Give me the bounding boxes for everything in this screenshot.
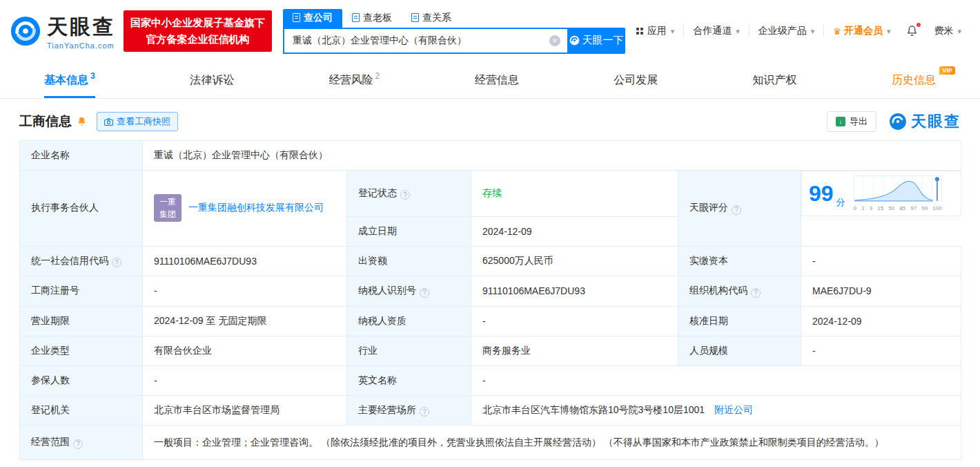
help-icon[interactable]	[751, 288, 761, 298]
help-icon[interactable]	[420, 288, 429, 298]
field-value-taxpayer-quality: -	[471, 306, 678, 336]
table-row: 经营范围 一般项目：企业管理；企业管理咨询。 （除依法须经批准的项目外，凭营业执…	[20, 426, 961, 460]
table-row: 工商注册号 - 纳税人识别号 91110106MAE6J7DU93 组织机构代码…	[20, 276, 961, 307]
subscribe-bell-icon[interactable]	[77, 116, 87, 127]
badge-line1: 国家中小企业发展子基金旗下	[130, 15, 265, 31]
field-label-executive-partner: 执行事务合伙人	[20, 171, 143, 247]
nav-partnership[interactable]: 合作通道	[683, 25, 749, 37]
badge-line2: 官方备案企业征信机构	[130, 31, 265, 48]
top-navigation: 应用 合作通道 企业级产品 ♛ 开通会员 费米	[627, 25, 970, 37]
field-label-taxpayer-id: 纳税人识别号	[347, 276, 471, 307]
view-business-snapshot-button[interactable]: 查看工商快照	[97, 112, 178, 131]
search-area: 查公司 查老板 查关系 天眼一下	[283, 9, 625, 54]
watermark-text: 天眼查	[911, 111, 961, 132]
export-icon	[836, 117, 845, 126]
field-value-business-scope: 一般项目：企业管理；企业管理咨询。 （除依法须经批准的项目外，凭营业执照依法自主…	[143, 426, 961, 460]
partner-company-link[interactable]: 一重集团融创科技发展有限公司	[188, 202, 324, 214]
help-icon[interactable]	[400, 190, 410, 200]
tab-label: 法律诉讼	[190, 73, 234, 88]
gov-certification-badge: 国家中小企业发展子基金旗下 官方备案企业征信机构	[124, 10, 272, 52]
search-button[interactable]: 天眼一下	[567, 28, 625, 54]
field-value-org-code: MAE6J7DU-9	[801, 276, 961, 307]
tab-history-info[interactable]: 历史信息 VIP	[892, 62, 936, 98]
company-detail-tabs: 基本信息 3 法律诉讼 经营风险 2 经营信息 公司发展 知识产权 历史信息 V…	[0, 62, 980, 99]
field-value-reg-number: -	[143, 276, 347, 307]
nearby-companies-link[interactable]: 附近公司	[714, 404, 753, 415]
notification-dot	[917, 23, 921, 27]
table-row: 参保人数 - 英文名称 -	[20, 365, 961, 395]
clear-search-icon[interactable]	[549, 35, 560, 46]
table-row: 统一社会信用代码 91110106MAE6J7DU93 出资额 625000万人…	[20, 246, 961, 276]
field-value-insured-count: -	[143, 365, 347, 395]
tab-label: 经营信息	[475, 73, 519, 88]
field-value-company-type: 有限合伙企业	[143, 336, 347, 365]
nav-membership-label: 开通会员	[844, 25, 883, 37]
table-row: 登记机关 北京市丰台区市场监督管理局 主要经营场所 北京市丰台区汽车博物馆东路1…	[20, 395, 961, 426]
tianyancha-logo[interactable]: 天眼查 TianYanCha.com	[10, 13, 115, 50]
score-unit: 分	[836, 196, 845, 209]
search-tab-boss[interactable]: 查老板	[342, 9, 402, 28]
search-input[interactable]	[283, 28, 567, 54]
tab-company-development[interactable]: 公司发展	[614, 62, 658, 98]
tab-business-info[interactable]: 经营信息	[475, 62, 519, 98]
snapshot-button-label: 查看工商快照	[117, 115, 170, 128]
field-label-reg-authority: 登记机关	[20, 395, 143, 426]
score-value: 99	[809, 182, 834, 204]
search-tab-label: 查关系	[422, 12, 451, 24]
nav-apps-label: 应用	[647, 25, 667, 37]
field-value-taxpayer-id: 91110106MAE6J7DU93	[471, 276, 678, 307]
field-label-company-type: 企业类型	[20, 336, 143, 365]
field-label-business-term: 营业期限	[20, 306, 143, 336]
search-button-swirl-icon	[569, 35, 580, 46]
nav-enterprise-products[interactable]: 企业级产品	[749, 25, 824, 37]
field-value-credit-code: 91110106MAE6J7DU93	[143, 246, 347, 276]
field-label-paid-capital: 实缴资本	[678, 246, 801, 276]
field-label-staff-size: 人员规模	[678, 336, 801, 365]
field-label-taxpayer-quality: 纳税人资质	[347, 306, 471, 336]
help-icon[interactable]	[732, 205, 741, 215]
nav-apps[interactable]: 应用	[627, 25, 684, 37]
field-value-score: 99 分	[801, 171, 961, 216]
brand-name: 天眼查	[47, 13, 115, 41]
field-label-approval-date: 核准日期	[678, 306, 801, 336]
business-info-table: 企业名称 重诚（北京）企业管理中心（有限合伙） 执行事务合伙人 一重 集团 一重…	[19, 140, 961, 460]
search-tab-relation[interactable]: 查关系	[402, 9, 461, 28]
table-row: 执行事务合伙人 一重 集团 一重集团融创科技发展有限公司 登记状态 存续 天眼评…	[20, 171, 961, 217]
field-label-company-name: 企业名称	[20, 141, 143, 171]
field-value-english-name: -	[471, 365, 961, 395]
top-bar: 天眼查 TianYanCha.com 国家中小企业发展子基金旗下 官方备案企业征…	[0, 0, 980, 62]
help-icon[interactable]	[420, 407, 429, 417]
section-header: 工商信息 查看工商快照 导出 天眼查	[19, 111, 961, 132]
tab-basic-info[interactable]: 基本信息 3	[44, 62, 95, 98]
tab-label: 公司发展	[614, 73, 658, 88]
field-label-industry: 行业	[347, 336, 471, 365]
tab-business-risk[interactable]: 经营风险 2	[329, 62, 380, 98]
vip-badge: VIP	[939, 66, 955, 75]
help-icon[interactable]	[112, 258, 121, 267]
section-title: 工商信息	[19, 113, 72, 131]
export-button[interactable]: 导出	[827, 111, 876, 132]
nav-user-menu[interactable]: 费米	[925, 25, 970, 37]
table-row: 企业类型 有限合伙企业 行业 商务服务业 人员规模 -	[20, 336, 961, 365]
help-icon[interactable]	[73, 439, 83, 449]
relation-icon	[411, 13, 419, 22]
field-value-reg-authority: 北京市丰台区市场监督管理局	[143, 395, 347, 426]
score-axis-labels: 01 315 5085 9799 100	[854, 205, 942, 211]
field-label-business-scope: 经营范围	[20, 426, 143, 460]
nav-open-membership[interactable]: ♛ 开通会员	[823, 25, 899, 37]
field-value-establish-date: 2024-12-09	[471, 216, 678, 246]
notification-bell[interactable]	[899, 25, 925, 37]
tab-intellectual-property[interactable]: 知识产权	[753, 62, 797, 98]
field-label-capital: 出资额	[347, 246, 471, 276]
table-row: 营业期限 2024-12-09 至 无固定期限 纳税人资质 - 核准日期 202…	[20, 306, 961, 336]
field-value-business-term: 2024-12-09 至 无固定期限	[143, 306, 347, 336]
username: 费米	[934, 25, 953, 37]
partner-company-logo: 一重 集团	[154, 194, 182, 222]
field-label-credit-code: 统一社会信用代码	[20, 246, 143, 276]
tab-legal-proceedings[interactable]: 法律诉讼	[190, 62, 234, 98]
watermark-swirl-icon	[889, 113, 907, 131]
field-label-org-code: 组织机构代码	[678, 276, 801, 307]
bell-icon	[906, 25, 918, 37]
search-button-label: 天眼一下	[582, 34, 624, 47]
search-tab-company[interactable]: 查公司	[283, 9, 342, 28]
